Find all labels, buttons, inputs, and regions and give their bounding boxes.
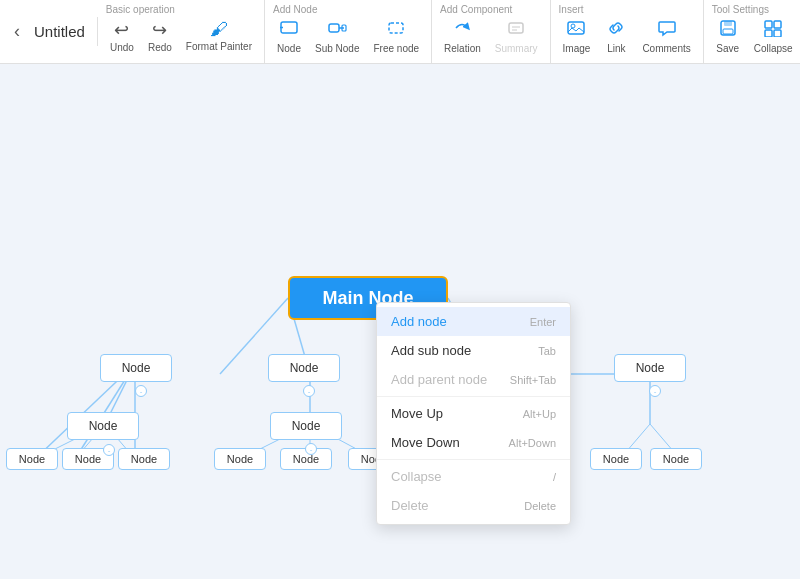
svg-rect-12	[724, 21, 732, 26]
svg-rect-0	[281, 22, 297, 33]
save-label: Save	[716, 43, 739, 54]
node-box[interactable]: Node	[214, 448, 266, 470]
node-label: Node	[75, 453, 101, 465]
relation-label: Relation	[444, 43, 481, 54]
menu-shortcut-move-down: Alt+Down	[509, 437, 556, 449]
section-tool-settings: Tool Settings Save Collapse	[704, 0, 800, 64]
node-box[interactable]: Node	[650, 448, 702, 470]
svg-rect-13	[723, 29, 733, 34]
sub-node-label: Sub Node	[315, 43, 359, 54]
save-button[interactable]: Save	[710, 17, 746, 56]
section-items-add-node: Node Sub Node Free node	[271, 17, 425, 56]
section-add-component: Add Component Relation Summary	[432, 0, 551, 64]
comments-icon	[657, 19, 677, 42]
free-node-label: Free node	[373, 43, 419, 54]
collapse-dot[interactable]: -	[303, 385, 315, 397]
link-label: Link	[607, 43, 625, 54]
node-box[interactable]: Node	[268, 354, 340, 382]
node-label: Node	[89, 419, 118, 433]
relation-button[interactable]: Relation	[438, 17, 487, 56]
menu-item-label: Add parent node	[391, 372, 487, 387]
link-button[interactable]: Link	[598, 17, 634, 56]
node-box[interactable]: Node	[6, 448, 58, 470]
free-node-button[interactable]: Free node	[367, 17, 425, 56]
redo-icon: ↪	[152, 19, 167, 41]
node-label: Node	[293, 453, 319, 465]
comments-button[interactable]: Comments	[636, 17, 696, 56]
node-box[interactable]: Node	[100, 354, 172, 382]
summary-label: Summary	[495, 43, 538, 54]
summary-button[interactable]: Summary	[489, 17, 544, 56]
sub-node-button[interactable]: Sub Node	[309, 17, 365, 56]
node-box[interactable]: Node	[118, 448, 170, 470]
node-label: Node	[277, 43, 301, 54]
menu-item-label: Add sub node	[391, 343, 471, 358]
redo-button[interactable]: ↪ Redo	[142, 17, 178, 55]
menu-shortcut-add-node: Enter	[530, 316, 556, 328]
node-box[interactable]: Node	[590, 448, 642, 470]
canvas[interactable]: Main Node Node - Node - Node - Node Node…	[0, 64, 800, 579]
save-icon	[718, 19, 738, 42]
section-items-component: Relation Summary	[438, 17, 544, 56]
menu-shortcut-collapse: /	[553, 471, 556, 483]
section-label-basic: Basic operation	[104, 4, 175, 15]
relation-icon	[452, 19, 472, 42]
menu-divider-1	[377, 396, 570, 397]
section-items-insert: Image Link Comments	[557, 17, 697, 56]
collapse-label: Collapse	[754, 43, 793, 54]
node-button[interactable]: Node	[271, 17, 307, 56]
format-painter-icon: 🖌	[210, 19, 228, 40]
section-label-tools: Tool Settings	[710, 4, 769, 15]
menu-shortcut-delete: Delete	[524, 500, 556, 512]
summary-icon	[506, 19, 526, 42]
format-painter-label: Format Painter	[186, 41, 252, 52]
comments-label: Comments	[642, 43, 690, 54]
menu-shortcut-add-sub-node: Tab	[538, 345, 556, 357]
section-label-insert: Insert	[557, 4, 584, 15]
context-menu: Add node Enter Add sub node Tab Add pare…	[376, 302, 571, 525]
back-button[interactable]: ‹	[8, 17, 26, 46]
collapse-dot[interactable]: -	[305, 443, 317, 455]
menu-item-delete: Delete Delete	[377, 491, 570, 520]
menu-item-label: Delete	[391, 498, 429, 513]
menu-item-label: Move Up	[391, 406, 443, 421]
svg-rect-17	[774, 30, 781, 37]
collapse-dot[interactable]: -	[649, 385, 661, 397]
menu-item-add-sub-node[interactable]: Add sub node Tab	[377, 336, 570, 365]
menu-item-move-down[interactable]: Move Down Alt+Down	[377, 428, 570, 457]
node-label: Node	[663, 453, 689, 465]
collapse-dot[interactable]: -	[135, 385, 147, 397]
undo-icon: ↩	[114, 19, 129, 41]
menu-item-label: Add node	[391, 314, 447, 329]
menu-item-move-up[interactable]: Move Up Alt+Up	[377, 399, 570, 428]
menu-item-collapse: Collapse /	[377, 462, 570, 491]
node-label: Node	[292, 419, 321, 433]
format-painter-button[interactable]: 🖌 Format Painter	[180, 17, 258, 54]
undo-button[interactable]: ↩ Undo	[104, 17, 140, 55]
collapse-dot[interactable]: -	[103, 444, 115, 456]
node-label: Node	[603, 453, 629, 465]
link-icon	[606, 19, 626, 42]
svg-point-10	[571, 24, 575, 28]
app-title: Untitled	[34, 23, 85, 40]
node-label: Node	[227, 453, 253, 465]
image-button[interactable]: Image	[557, 17, 597, 56]
collapse-button[interactable]: Collapse	[748, 17, 799, 56]
toolbar: ‹ Untitled Basic operation ↩ Undo ↪ Redo…	[0, 0, 800, 64]
svg-rect-14	[765, 21, 772, 28]
menu-item-add-node[interactable]: Add node Enter	[377, 307, 570, 336]
undo-label: Undo	[110, 42, 134, 53]
node-box[interactable]: Node	[270, 412, 342, 440]
section-items-basic: ↩ Undo ↪ Redo 🖌 Format Painter	[104, 17, 258, 55]
node-box[interactable]: Node	[614, 354, 686, 382]
image-icon	[566, 19, 586, 42]
node-icon	[279, 19, 299, 42]
menu-divider-2	[377, 459, 570, 460]
menu-item-add-parent-node: Add parent node Shift+Tab	[377, 365, 570, 394]
free-node-icon	[386, 19, 406, 42]
svg-rect-5	[389, 23, 403, 33]
redo-label: Redo	[148, 42, 172, 53]
node-box[interactable]: Node	[67, 412, 139, 440]
section-basic-operation: Basic operation ↩ Undo ↪ Redo 🖌 Format P…	[98, 0, 265, 64]
section-insert: Insert Image Link Comments	[551, 0, 704, 64]
